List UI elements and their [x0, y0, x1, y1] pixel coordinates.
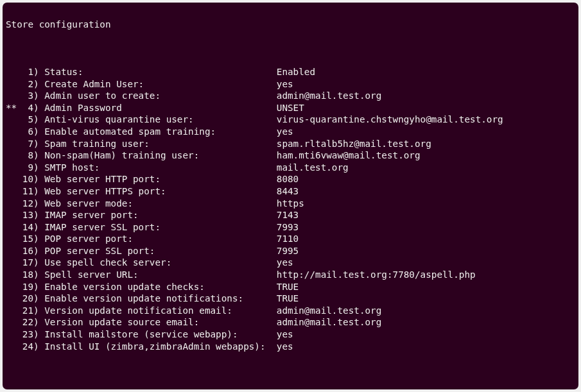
item-value: spam.rltalb5hz@mail.test.org: [277, 139, 431, 149]
item-marker: [6, 305, 22, 316]
item-value: admin@mail.test.org: [277, 305, 382, 316]
config-item: 14) IMAP server SSL port: 7993: [6, 221, 575, 234]
item-value: Enabled: [277, 67, 315, 77]
config-item: 2) Create Admin User: yes: [6, 78, 575, 90]
item-value: virus-quarantine.chstwngyho@mail.test.or…: [277, 114, 503, 124]
select-prompt-line[interactable]: Select, or 'r' for previous menu [r] 4: [6, 388, 575, 389]
item-value: 8080: [277, 174, 299, 184]
config-item: 10) Web server HTTP port: 8080: [6, 173, 575, 185]
item-marker: [6, 282, 22, 292]
item-value: mail.test.org: [277, 162, 349, 173]
item-marker: [6, 162, 22, 173]
item-marker: [6, 222, 22, 232]
config-item: 22) Version update source email: admin@m…: [6, 316, 575, 328]
item-label: Use spell check server:: [44, 257, 277, 268]
config-item: 7) Spam training user: spam.rltalb5hz@ma…: [6, 138, 575, 150]
item-number: 12): [22, 198, 44, 209]
item-number: 21): [22, 305, 44, 316]
item-label: IMAP server port:: [44, 210, 277, 220]
item-number: 4): [22, 103, 44, 113]
item-marker: [6, 246, 22, 256]
item-value: yes: [277, 341, 293, 352]
item-value: admin@mail.test.org: [277, 90, 382, 101]
item-marker: [6, 126, 22, 137]
item-number: 10): [22, 174, 44, 184]
item-label: Anti-virus quarantine user:: [44, 114, 277, 124]
item-value: TRUE: [277, 293, 299, 303]
item-marker: **: [6, 103, 22, 113]
item-number: 16): [22, 246, 44, 256]
config-item: 9) SMTP host: mail.test.org: [6, 162, 575, 174]
item-marker: [6, 90, 22, 101]
item-label: SMTP host:: [44, 162, 277, 173]
item-marker: [6, 79, 22, 89]
config-item: 18) Spell server URL: http://mail.test.o…: [6, 269, 575, 281]
item-marker: [6, 139, 22, 149]
item-value: yes: [277, 257, 293, 268]
config-item: 20) Enable version update notifications:…: [6, 293, 575, 305]
item-label: POP server port:: [44, 234, 277, 244]
item-label: Version update source email:: [44, 317, 277, 327]
item-value: 7993: [277, 222, 299, 232]
item-marker: [6, 198, 22, 209]
item-value: ham.mti6vwaw@mail.test.org: [277, 150, 421, 160]
config-item: 16) POP server SSL port: 7995: [6, 245, 575, 257]
select-prompt-input[interactable]: 4: [210, 389, 216, 389]
config-item: 17) Use spell check server: yes: [6, 257, 575, 269]
item-number: 19): [22, 282, 44, 292]
config-items-list: 1) Status: Enabled 2) Create Admin User:…: [6, 66, 575, 352]
config-item: ** 4) Admin Password UNSET: [6, 102, 575, 114]
item-label: Status:: [44, 67, 277, 77]
config-item: 3) Admin user to create: admin@mail.test…: [6, 90, 575, 102]
item-label: Spell server URL:: [44, 269, 277, 280]
item-label: POP server SSL port:: [44, 246, 277, 256]
config-item: 19) Enable version update checks: TRUE: [6, 281, 575, 293]
item-value: yes: [277, 79, 293, 89]
config-item: 15) POP server port: 7110: [6, 233, 575, 245]
item-value: 8443: [277, 186, 299, 196]
config-item: 11) Web server HTTPS port: 8443: [6, 185, 575, 198]
item-label: IMAP server SSL port:: [44, 222, 277, 232]
select-prompt-label: Select, or 'r' for previous menu [r]: [6, 389, 210, 389]
item-number: 9): [22, 162, 44, 173]
config-item: 12) Web server mode: https: [6, 198, 575, 210]
item-value: https: [277, 198, 304, 209]
item-number: 3): [22, 90, 44, 101]
item-number: 5): [22, 114, 44, 124]
item-number: 2): [22, 79, 44, 89]
item-marker: [6, 234, 22, 244]
item-number: 6): [22, 126, 44, 137]
item-label: Web server mode:: [44, 198, 277, 209]
terminal-window[interactable]: Store configuration 1) Status: Enabled 2…: [3, 3, 578, 389]
item-value: admin@mail.test.org: [277, 317, 382, 327]
item-value: 7110: [277, 234, 299, 244]
item-marker: [6, 67, 22, 77]
item-number: 24): [22, 341, 44, 352]
item-label: Admin Password: [44, 103, 277, 113]
item-value: 7995: [277, 246, 299, 256]
item-marker: [6, 186, 22, 196]
item-number: 13): [22, 210, 44, 220]
item-label: Web server HTTP port:: [44, 174, 277, 184]
config-item: 5) Anti-virus quarantine user: virus-qua…: [6, 114, 575, 126]
config-item: 24) Install UI (zimbra,zimbraAdmin webap…: [6, 341, 575, 353]
config-item: 23) Install mailstore (service webapp): …: [6, 328, 575, 341]
item-label: Create Admin User:: [44, 79, 277, 89]
item-number: 15): [22, 234, 44, 244]
item-number: 1): [22, 67, 44, 77]
item-value: 7143: [277, 210, 299, 220]
item-value: UNSET: [277, 103, 304, 113]
item-marker: [6, 329, 22, 339]
item-value: yes: [277, 329, 293, 339]
item-number: 14): [22, 222, 44, 232]
blank-line: [6, 364, 575, 377]
item-label: Enable version update checks:: [44, 282, 277, 292]
item-value: TRUE: [277, 282, 299, 292]
item-number: 20): [22, 293, 44, 303]
item-number: 11): [22, 186, 44, 196]
item-number: 22): [22, 317, 44, 327]
item-marker: [6, 257, 22, 268]
item-number: 8): [22, 150, 44, 160]
item-label: Non-spam(Ham) training user:: [44, 150, 277, 160]
item-marker: [6, 114, 22, 124]
